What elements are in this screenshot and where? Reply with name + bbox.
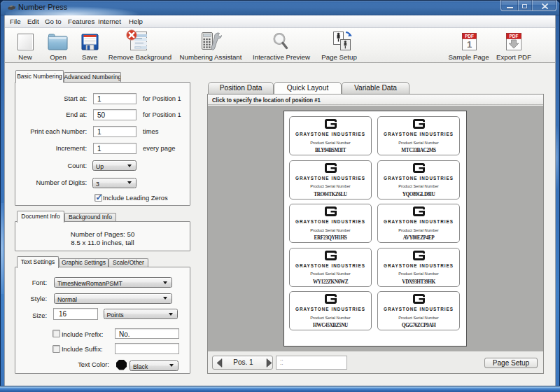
svg-text:1: 1 — [467, 39, 472, 50]
svg-text:PDF: PDF — [465, 34, 474, 38]
svg-text:PDF: PDF — [510, 34, 519, 38]
